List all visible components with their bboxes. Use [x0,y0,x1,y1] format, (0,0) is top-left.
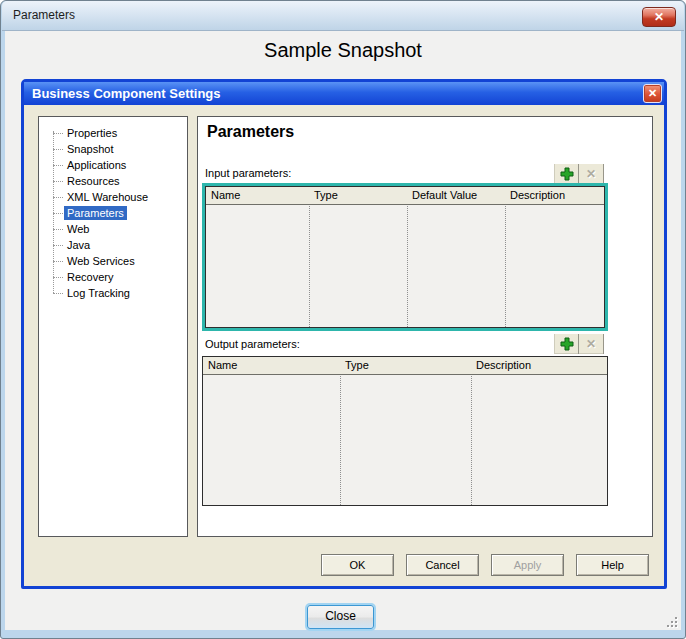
tree-connector-line [53,293,63,294]
column-separator [340,357,341,505]
cancel-button[interactable]: Cancel [406,554,479,576]
tree-item-parameters[interactable]: Parameters [39,205,187,221]
dialog-titlebar[interactable]: Business Component Settings ✕ [24,82,664,105]
output-params-table[interactable]: Name Type Description [202,356,608,506]
dialog-close-button[interactable]: ✕ [643,84,662,103]
settings-nav-tree: Properties Snapshot Applications Resourc… [39,117,187,301]
input-params-toolbar: ✕ [554,164,604,184]
tree-connector-line [53,149,63,150]
column-separator [505,187,506,327]
column-separator [471,357,472,505]
tree-connector-line [53,229,63,230]
page-title: Parameters [207,123,294,141]
parameters-window: Parameters ✕ Sample Snapshot Business Co… [0,0,686,639]
column-header-type[interactable]: Type [309,187,407,204]
tree-item-xml-warehouse[interactable]: XML Warehouse [39,189,187,205]
resize-grip[interactable] [665,615,678,628]
column-header-type[interactable]: Type [340,357,471,374]
column-header-default-value[interactable]: Default Value [407,187,505,204]
settings-nav-tree-panel: Properties Snapshot Applications Resourc… [38,116,188,537]
tree-item-properties[interactable]: Properties [39,125,187,141]
output-params-table-inner: Name Type Description [203,357,607,505]
input-parameters-label: Input parameters: [205,167,291,179]
tree-connector-line [53,133,63,134]
tree-connector-line [53,181,63,182]
tree-connector-line [53,165,63,166]
input-table-header-row: Name Type Default Value Description [206,187,604,205]
tree-connector-line [53,261,63,262]
input-params-table-inner: Name Type Default Value Description [205,186,605,328]
dialog-button-row: OK Cancel Apply Help [321,554,649,576]
dialog-title: Business Component Settings [32,86,221,101]
tree-item-resources[interactable]: Resources [39,173,187,189]
business-component-settings-dialog: Business Component Settings ✕ Properties… [21,79,667,589]
ok-button[interactable]: OK [321,554,394,576]
tree-item-snapshot[interactable]: Snapshot [39,141,187,157]
output-table-header-row: Name Type Description [203,357,607,375]
help-button[interactable]: Help [576,554,649,576]
delete-icon: ✕ [586,167,596,181]
tree-item-web-services[interactable]: Web Services [39,253,187,269]
column-header-description[interactable]: Description [471,357,607,374]
input-params-table[interactable]: Name Type Default Value Description [202,183,608,331]
window-body: Sample Snapshot Business Component Setti… [5,31,681,630]
tree-connector-line [53,197,63,198]
tree-connector-line [53,245,63,246]
add-input-parameter-button[interactable] [554,164,579,184]
add-icon [560,167,574,181]
close-icon: ✕ [654,10,664,24]
window-close-button[interactable]: ✕ [642,7,676,27]
tree-item-applications[interactable]: Applications [39,157,187,173]
close-icon: ✕ [648,87,657,99]
tree-item-recovery[interactable]: Recovery [39,269,187,285]
tree-connector-line [53,213,63,214]
window-titlebar[interactable]: Parameters ✕ [2,1,684,31]
tree-connector-line [53,277,63,278]
output-parameters-label: Output parameters: [205,338,300,350]
tree-item-java[interactable]: Java [39,237,187,253]
output-params-toolbar: ✕ [554,334,604,354]
sample-snapshot-heading: Sample Snapshot [5,39,681,62]
column-header-name[interactable]: Name [203,357,340,374]
tree-item-web[interactable]: Web [39,221,187,237]
window-title: Parameters [13,8,75,22]
parameters-content-panel: Parameters Input parameters: ✕ [197,116,653,537]
column-separator [407,187,408,327]
column-separator [309,187,310,327]
add-icon [560,337,574,351]
column-header-name[interactable]: Name [206,187,309,204]
apply-button[interactable]: Apply [491,554,564,576]
dialog-content: Properties Snapshot Applications Resourc… [24,105,664,586]
delete-output-parameter-button[interactable]: ✕ [579,334,604,354]
add-output-parameter-button[interactable] [554,334,579,354]
delete-icon: ✕ [586,337,596,351]
close-button[interactable]: Close [307,605,374,629]
tree-item-log-tracking[interactable]: Log Tracking [39,285,187,301]
column-header-description[interactable]: Description [505,187,602,204]
delete-input-parameter-button[interactable]: ✕ [579,164,604,184]
